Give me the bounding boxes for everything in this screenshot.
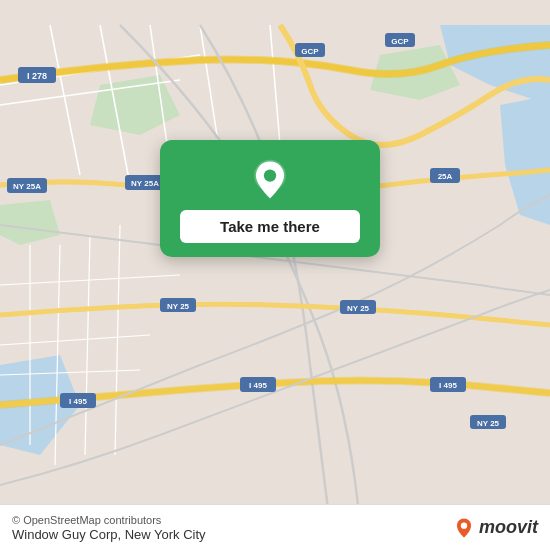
svg-text:NY 25A: NY 25A: [13, 182, 41, 191]
svg-text:I 278: I 278: [27, 71, 47, 81]
moovit-logo: moovit: [453, 517, 538, 539]
svg-text:GCP: GCP: [301, 47, 319, 56]
moovit-pin-icon: [453, 517, 475, 539]
svg-text:NY 25A: NY 25A: [131, 179, 159, 188]
svg-text:GCP: GCP: [391, 37, 409, 46]
moovit-brand-text: moovit: [479, 517, 538, 538]
bottom-text-group: © OpenStreetMap contributors Window Guy …: [12, 513, 206, 542]
svg-point-42: [461, 522, 467, 528]
take-me-there-button[interactable]: Take me there: [180, 210, 360, 243]
svg-text:I 495: I 495: [69, 397, 87, 406]
map-container: I 278 GCP GCP NY 25A NY 25A 25A NY 25 NY…: [0, 0, 550, 550]
svg-text:25A: 25A: [438, 172, 453, 181]
svg-rect-0: [0, 25, 550, 525]
svg-text:NY 25: NY 25: [477, 419, 500, 428]
svg-text:I 495: I 495: [249, 381, 267, 390]
svg-text:I 495: I 495: [439, 381, 457, 390]
location-pin-icon: [248, 158, 292, 202]
map-background: I 278 GCP GCP NY 25A NY 25A 25A NY 25 NY…: [0, 0, 550, 550]
bottom-left-section: © OpenStreetMap contributors Window Guy …: [12, 513, 206, 542]
svg-text:NY 25: NY 25: [167, 302, 190, 311]
svg-text:NY 25: NY 25: [347, 304, 370, 313]
bottom-bar: © OpenStreetMap contributors Window Guy …: [0, 504, 550, 550]
copyright-text: © OpenStreetMap contributors: [12, 514, 161, 526]
location-text: Window Guy Corp, New York City: [12, 527, 206, 542]
popup-card: Take me there: [160, 140, 380, 257]
svg-point-41: [264, 169, 276, 181]
